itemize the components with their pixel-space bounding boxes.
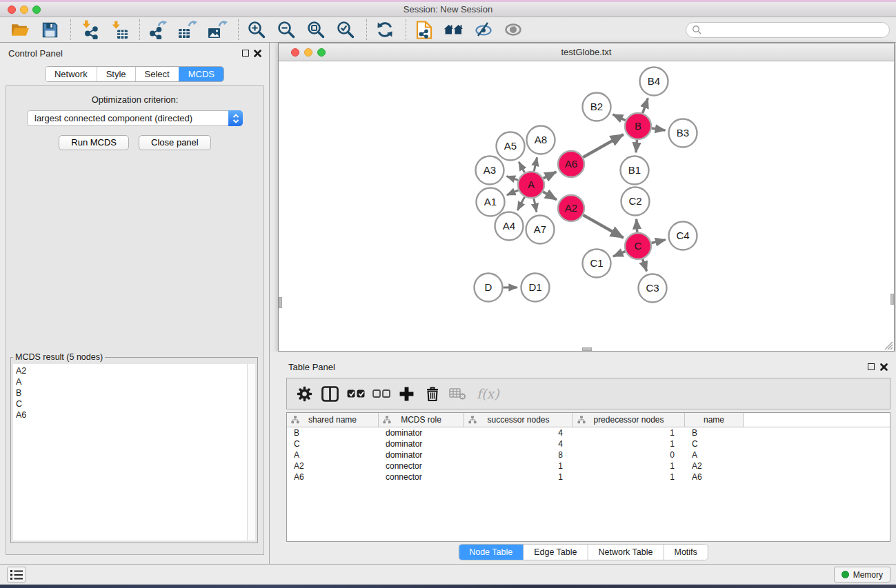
show-all-icon[interactable] xyxy=(503,19,524,40)
graph-edge[interactable] xyxy=(534,157,537,171)
hide-selected-icon[interactable] xyxy=(473,19,494,40)
run-mcds-button[interactable]: Run MCDS xyxy=(59,135,129,150)
tab-network-table[interactable]: Network Table xyxy=(588,545,664,560)
tab-network[interactable]: Network xyxy=(46,67,97,81)
graph-edge[interactable] xyxy=(507,190,519,195)
graph-edge[interactable] xyxy=(613,252,626,256)
table-cell[interactable]: dominator xyxy=(379,428,464,438)
zoom-fit-icon[interactable] xyxy=(306,19,326,40)
table-row[interactable]: Cdominator41C xyxy=(287,438,890,449)
graph-edge[interactable] xyxy=(643,99,648,114)
tab-style[interactable]: Style xyxy=(97,67,135,81)
graph-edge[interactable] xyxy=(517,197,524,210)
delete-table-icon[interactable] xyxy=(448,385,467,403)
delete-columns-icon[interactable] xyxy=(423,385,441,403)
table-cell[interactable]: connector xyxy=(379,472,464,482)
task-history-button[interactable] xyxy=(7,567,26,582)
mcds-result-item[interactable]: B xyxy=(13,387,247,398)
table-cell[interactable]: A xyxy=(685,450,744,460)
tab-edge-table[interactable]: Edge Table xyxy=(523,545,587,560)
table-cell[interactable]: 0 xyxy=(573,450,685,460)
table-cell[interactable]: 1 xyxy=(573,428,685,438)
graph-edge[interactable] xyxy=(534,199,537,212)
export-table-icon[interactable] xyxy=(177,19,198,40)
table-cell[interactable]: A2 xyxy=(287,461,379,471)
network-window-titlebar[interactable]: testGlobe.txt xyxy=(279,43,894,61)
graph-edge[interactable] xyxy=(544,172,556,179)
table-cell[interactable]: B xyxy=(287,428,379,438)
bottom-scrollbar-thumb[interactable] xyxy=(582,347,592,351)
open-session-icon[interactable] xyxy=(10,19,30,40)
memory-button[interactable]: Memory xyxy=(834,567,890,582)
table-cell[interactable]: C xyxy=(685,439,744,449)
close-panel-button[interactable]: Close panel xyxy=(139,135,211,150)
table-cell[interactable]: 4 xyxy=(464,439,573,449)
table-cell[interactable]: dominator xyxy=(379,439,464,449)
search-field[interactable] xyxy=(686,22,890,38)
tab-mcds[interactable]: MCDS xyxy=(179,67,223,81)
table-cell[interactable]: 1 xyxy=(573,461,685,471)
criterion-select[interactable]: largest connected component (directed) xyxy=(27,110,243,126)
graph-edge[interactable] xyxy=(613,114,626,121)
refresh-icon[interactable] xyxy=(375,19,395,40)
table-cell[interactable]: 8 xyxy=(464,450,573,460)
table-row[interactable]: A6connector11A6 xyxy=(287,472,890,483)
table-cell[interactable]: A6 xyxy=(287,472,379,482)
right-scrollbar-thumb[interactable] xyxy=(890,294,894,305)
result-list-scrollbar[interactable] xyxy=(247,364,255,540)
graph-edge[interactable] xyxy=(652,128,666,130)
show-columns-icon[interactable] xyxy=(321,385,339,403)
left-scrollbar-thumb[interactable] xyxy=(279,297,282,308)
column-header-predecessor-nodes[interactable]: predecessor nodes xyxy=(573,413,685,427)
tab-select[interactable]: Select xyxy=(135,67,179,81)
graph-edge[interactable] xyxy=(519,162,524,172)
export-network-icon[interactable] xyxy=(148,19,168,40)
mcds-result-item[interactable]: A xyxy=(13,376,247,387)
tab-motifs[interactable]: Motifs xyxy=(663,545,707,560)
new-network-from-selection-icon[interactable] xyxy=(414,19,435,40)
close-panel-icon[interactable] xyxy=(254,50,261,57)
resize-grip-icon[interactable] xyxy=(884,341,893,350)
mcds-result-item[interactable]: A6 xyxy=(13,409,247,420)
select-all-checkboxes-icon[interactable] xyxy=(346,385,365,403)
export-image-icon[interactable] xyxy=(207,19,228,40)
import-table-icon[interactable] xyxy=(108,19,129,40)
table-cell[interactable]: B xyxy=(685,428,744,438)
zoom-in-icon[interactable] xyxy=(246,19,267,40)
graph-edge[interactable] xyxy=(583,215,623,238)
graph-edge[interactable] xyxy=(583,134,623,157)
column-header-MCDS-role[interactable]: MCDS role xyxy=(379,413,464,427)
add-column-icon[interactable] xyxy=(397,385,416,403)
table-row[interactable]: A2connector11A2 xyxy=(287,460,890,472)
tab-node-table[interactable]: Node Table xyxy=(459,545,523,560)
graph-edge[interactable] xyxy=(636,140,637,152)
table-cell[interactable]: A2 xyxy=(685,461,744,471)
graph-edge[interactable] xyxy=(507,176,519,181)
zoom-out-icon[interactable] xyxy=(276,19,297,40)
table-cell[interactable]: 1 xyxy=(464,461,573,471)
deselect-all-checkboxes-icon[interactable] xyxy=(372,385,390,403)
table-cell[interactable]: dominator xyxy=(379,450,464,460)
column-header-successor-nodes[interactable]: successor nodes xyxy=(464,413,573,427)
graph-edge[interactable] xyxy=(651,240,665,243)
float-panel-icon[interactable] xyxy=(242,50,249,57)
table-cell[interactable]: C xyxy=(287,439,379,449)
graph-edge[interactable] xyxy=(543,192,557,199)
mcds-result-item[interactable]: C xyxy=(13,398,247,409)
table-row[interactable]: Bdominator41B xyxy=(287,427,890,438)
table-cell[interactable]: 1 xyxy=(464,472,573,482)
close-table-panel-icon[interactable] xyxy=(880,363,888,371)
search-input[interactable] xyxy=(705,24,884,35)
table-settings-icon[interactable] xyxy=(295,385,314,403)
table-cell[interactable]: 1 xyxy=(573,472,685,482)
mcds-result-item[interactable]: A2 xyxy=(13,365,247,376)
table-cell[interactable]: A6 xyxy=(685,472,744,482)
import-network-icon[interactable] xyxy=(79,19,99,40)
zoom-selected-icon[interactable] xyxy=(335,19,356,40)
network-canvas[interactable]: B4B2BB3A8A5A6B1A3AC2A1A2A4A7C4CC1C3DD1 xyxy=(279,61,894,351)
table-row[interactable]: Adominator80A xyxy=(287,449,890,460)
table-cell[interactable]: A xyxy=(287,450,379,460)
table-cell[interactable]: 1 xyxy=(573,439,685,449)
graph-edge[interactable] xyxy=(637,219,637,232)
save-session-icon[interactable] xyxy=(39,19,60,40)
